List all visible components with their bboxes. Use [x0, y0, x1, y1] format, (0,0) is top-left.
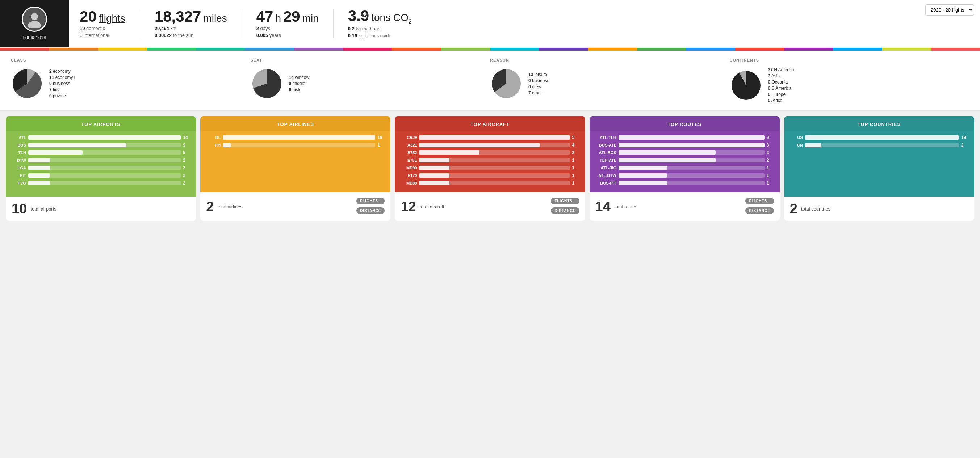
airports-total: 10	[11, 202, 27, 216]
bar-count: 1	[572, 165, 579, 170]
bar-count: 5	[572, 135, 579, 140]
countries-footer-text: total countries	[801, 206, 969, 212]
bar-count: 1	[767, 173, 774, 178]
bar-count: 2	[572, 150, 579, 155]
aircraft-distance-badge[interactable]: DISTANCE	[551, 207, 579, 214]
bar-count: 1	[572, 181, 579, 185]
bar-row: CRJ95	[401, 135, 579, 140]
pie-section: CLASS 2 economy 11 economy+ 0 business 7…	[0, 51, 980, 111]
bar-fill	[419, 158, 449, 162]
bar-row: E75L1	[401, 158, 579, 163]
bar-fill	[223, 135, 375, 139]
bar-row: MD881	[401, 181, 579, 185]
bar-fill	[805, 143, 821, 147]
routes-footer-text: total routes	[614, 204, 742, 209]
bar-label: BOS-ATL	[595, 143, 616, 147]
svg-point-1	[28, 21, 41, 28]
bar-label: ATL-RIC	[595, 166, 616, 170]
time-stat: 47 h 29 min 2 days 0.005 years	[256, 9, 319, 38]
aircraft-card: TOP AIRCRAFT CRJ95A3214B7522E75L1MD901E1…	[395, 116, 585, 221]
routes-title: TOP ROUTES	[590, 116, 780, 131]
bar-fill	[28, 173, 50, 177]
bar-track	[619, 166, 765, 170]
co2-stat: 3.9 tons CO2 0.2 kg methane 0.16 kg nitr…	[348, 8, 412, 39]
bar-track	[619, 135, 765, 139]
bar-label: B752	[401, 151, 417, 155]
bar-count: 5	[183, 150, 190, 155]
bar-count: 2	[183, 165, 190, 170]
bar-track	[619, 151, 765, 155]
continents-block: CONTINENTS 37 N America 3 Asia 0 Oceania…	[730, 58, 969, 103]
bar-track	[419, 173, 570, 177]
countries-footer: 2 total countries	[784, 197, 974, 221]
bar-fill	[619, 158, 716, 162]
bar-count: 2	[767, 158, 774, 163]
bar-count: 2	[767, 150, 774, 155]
flights-label: flights	[99, 13, 125, 24]
bar-count: 19	[961, 135, 969, 140]
bar-fill	[223, 143, 231, 147]
bar-track	[419, 166, 570, 170]
countries-total: 2	[790, 202, 797, 216]
airlines-footer-text: total airlines	[217, 204, 353, 209]
bar-label: A321	[401, 143, 417, 147]
routes-flights-badge[interactable]: FLIGHTS	[745, 198, 773, 204]
bar-row: B7522	[401, 150, 579, 155]
bar-label: LGA	[11, 166, 26, 170]
bar-row: BOS-PIT1	[595, 181, 774, 185]
bar-fill	[419, 181, 449, 185]
airlines-distance-badge[interactable]: DISTANCE	[356, 207, 385, 214]
svg-point-0	[31, 13, 38, 20]
airlines-body: DL19FM1	[200, 131, 390, 192]
bar-count: 3	[767, 135, 774, 140]
aircraft-body: CRJ95A3214B7522E75L1MD901E1701MD881	[395, 131, 585, 192]
class-pie	[11, 67, 43, 100]
reason-title: REASON	[490, 58, 730, 62]
bar-label: E170	[401, 173, 417, 177]
airlines-flights-badge[interactable]: FLIGHTS	[356, 198, 385, 204]
airports-card: TOP AIRPORTS ATL14BOS9TLH5DTW2LGA2PIT2PV…	[6, 116, 196, 221]
routes-distance-badge[interactable]: DISTANCE	[745, 207, 773, 214]
bar-count: 19	[377, 135, 385, 140]
bar-track	[28, 181, 181, 185]
bar-fill	[619, 135, 765, 139]
bar-label: MD88	[401, 181, 417, 185]
flights-count: 20	[80, 9, 97, 24]
bar-count: 2	[183, 181, 190, 185]
airlines-total: 2	[206, 200, 214, 214]
bar-label: ATL	[11, 135, 26, 139]
reason-pie	[490, 67, 523, 100]
bar-label: ATL-DTW	[595, 173, 616, 177]
countries-body: US19CN2	[784, 131, 974, 197]
hours-value: 47	[256, 9, 274, 24]
seat-pie	[251, 67, 283, 100]
bar-track	[619, 143, 765, 147]
aircraft-title: TOP AIRCRAFT	[395, 116, 585, 131]
bar-row: LGA2	[11, 165, 190, 170]
divider3	[333, 9, 334, 38]
routes-total: 14	[595, 200, 611, 214]
bar-row: MD901	[401, 165, 579, 170]
bar-track	[619, 173, 765, 177]
bar-track	[28, 158, 181, 162]
bar-fill	[805, 135, 959, 139]
bar-label: US	[790, 135, 803, 139]
bar-fill	[619, 166, 667, 170]
aircraft-total: 12	[401, 200, 416, 214]
aircraft-flights-badge[interactable]: FLIGHTS	[551, 198, 579, 204]
class-legend: 2 economy 11 economy+ 0 business 7 first…	[49, 69, 75, 98]
username: hdh951018	[22, 35, 46, 40]
bar-track	[223, 143, 375, 147]
bar-fill	[419, 151, 479, 155]
year-dropdown[interactable]: 2020 - 20 flights	[925, 4, 974, 16]
airports-footer: 10 total airports	[6, 197, 196, 221]
bar-row: BOS-ATL3	[595, 143, 774, 147]
seat-block: SEAT 14 window 0 middle 6 aisle	[251, 58, 490, 103]
cards-section: TOP AIRPORTS ATL14BOS9TLH5DTW2LGA2PIT2PV…	[0, 111, 980, 227]
bar-track	[805, 135, 959, 139]
reason-legend: 13 leisure 0 business 0 crew 7 other	[528, 72, 549, 95]
bar-fill	[28, 143, 126, 147]
bar-fill	[419, 166, 449, 170]
bar-label: CN	[790, 143, 803, 147]
airports-footer-text: total airports	[30, 206, 190, 212]
